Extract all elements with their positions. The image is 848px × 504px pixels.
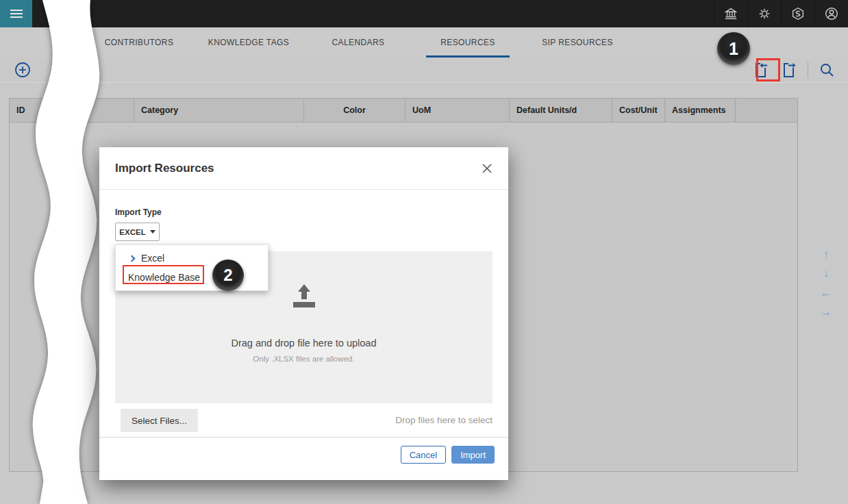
menu-item-knowledge-base[interactable]: Knowledge Base (116, 268, 268, 287)
column-header-id[interactable]: ID (10, 99, 134, 122)
resources-toolbar (0, 58, 848, 83)
move-left-icon[interactable]: ← (818, 284, 834, 303)
services-icon[interactable] (781, 0, 814, 27)
tab-calendars[interactable]: CALENDARS (303, 27, 413, 58)
column-header-cost-unit[interactable]: Cost/Unit (612, 99, 665, 122)
import-confirm-button[interactable]: Import (451, 446, 495, 464)
toolbar-divider (808, 62, 808, 78)
import-type-dropdown[interactable]: EXCEL (115, 223, 160, 241)
app-window: CONTRIBUTORS KNOWLEDGE TAGS CALENDARS RE… (0, 0, 848, 504)
dropzone-hint: Only .XLSX files are allowed. (115, 355, 492, 363)
dialog-footer: Cancel Import (401, 446, 495, 464)
import-type-value: EXCEL (119, 228, 145, 236)
close-icon[interactable] (482, 163, 492, 174)
topbar-icon-group (714, 0, 848, 27)
tab-knowledge-tags[interactable]: KNOWLEDGE TAGS (194, 27, 303, 58)
footer-divider (99, 437, 508, 438)
cancel-button[interactable]: Cancel (401, 446, 446, 464)
drop-files-hint: Drop files here to select (395, 415, 492, 425)
add-resource-button[interactable] (12, 60, 33, 80)
caret-down-icon (150, 230, 155, 234)
gear-icon[interactable] (747, 0, 781, 27)
upload-icon (290, 284, 318, 310)
menu-item-excel-label: Excel (141, 253, 164, 264)
column-header-actions (736, 99, 797, 122)
select-files-button[interactable]: Select Files... (121, 409, 198, 432)
tab-sip-resources[interactable]: SIP RESOURCES (523, 27, 632, 58)
tab-resources[interactable]: RESOURCES (413, 27, 523, 58)
dialog-title: Import Resources (115, 162, 214, 175)
table-header-row: ID Category Color UoM Default Units/d Co… (10, 99, 797, 123)
column-header-assignments[interactable]: Assignments (665, 99, 736, 122)
dropzone-text: Drag and drop file here to upload (115, 338, 492, 349)
user-icon[interactable] (814, 0, 848, 27)
column-header-category[interactable]: Category (134, 99, 304, 122)
move-arrows: ↑ ↓ ← → (818, 245, 834, 322)
menu-item-knowledge-base-label: Knowledge Base (128, 272, 200, 283)
column-header-color[interactable]: Color (304, 99, 406, 122)
chevron-right-icon (129, 255, 136, 262)
bank-icon[interactable] (714, 0, 747, 27)
search-button[interactable] (816, 60, 837, 80)
move-down-icon[interactable]: ↓ (818, 264, 834, 284)
menu-item-excel[interactable]: Excel (116, 249, 268, 268)
import-type-label: Import Type (115, 207, 162, 217)
column-header-uom[interactable]: UoM (406, 99, 510, 122)
hamburger-menu-icon[interactable] (0, 0, 32, 27)
import-button[interactable] (750, 60, 771, 80)
import-resources-dialog: Import Resources Import Type EXCEL Drag … (99, 147, 508, 480)
move-right-icon[interactable]: → (818, 303, 834, 322)
export-button[interactable] (779, 60, 799, 80)
dialog-header: Import Resources (99, 147, 508, 190)
import-type-menu: Excel Knowledge Base (115, 244, 269, 291)
top-bar (0, 0, 848, 27)
step2-badge: 2 (212, 260, 244, 291)
step1-badge: 1 (717, 32, 750, 65)
column-header-default-units[interactable]: Default Units/d (510, 99, 612, 122)
tab-contributors[interactable]: CONTRIBUTORS (84, 27, 194, 58)
move-up-icon[interactable]: ↑ (818, 245, 834, 264)
